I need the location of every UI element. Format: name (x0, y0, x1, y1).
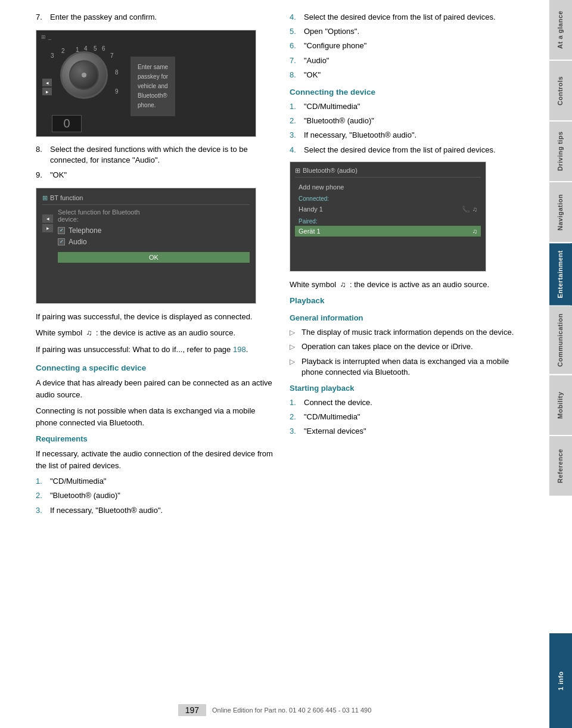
num-label-7: 7 (110, 52, 114, 59)
bt-arrow-left: ◂ (42, 214, 53, 223)
num-label-5: 5 (94, 45, 97, 52)
info-tab[interactable]: 1 info (549, 633, 572, 728)
requirements-steps: 1. "CD/Multimedia" 2. "Bluetooth® (audio… (36, 476, 278, 516)
bullet-text-2: Operation can takes place on the device … (301, 341, 473, 352)
para-pairing-fail: If pairing was unsuccessful: What to do … (36, 344, 278, 356)
r-step-7-num: 7. (290, 55, 300, 66)
bt-dialog: ⊞ BT function ◂ ▸ Select function for Bl… (36, 188, 256, 303)
r-music-symbol: ♫ (340, 280, 346, 289)
para-pairing-success: If pairing was successful, the device is… (36, 311, 278, 323)
cd-step-4-num: 4. (290, 145, 300, 155)
r-step-8-num: 8. (290, 70, 300, 80)
white-symbol-suffix: : the device is active as an audio sourc… (96, 328, 235, 337)
bt-ok-button[interactable]: OK (58, 252, 250, 263)
device-icons: 📞 ♫ (462, 206, 477, 213)
cd-step-2-text: "Bluetooth® (audio)" (304, 116, 374, 126)
passkey-instructions: Enter samepasskey forvehicle andBluetoot… (130, 57, 175, 116)
music-icon-right: ♫ (472, 206, 477, 213)
sidebar-tab-driving-tips[interactable]: Driving tips (549, 122, 572, 181)
step-9-text: "OK" (50, 170, 67, 181)
bt-function-screenshot: ⊞ BT function ◂ ▸ Select function for Bl… (36, 188, 256, 304)
bt-arrow-right: ▸ (42, 224, 53, 232)
bt-telephone-option: ✓ Telephone (58, 226, 250, 235)
cd-step-4-text: Select the desired device from the list … (304, 145, 496, 155)
bt-audio-screenshot: ⊞ Bluetooth® (audio) Add new phone Conne… (290, 161, 486, 272)
bt-audio-icon: ⊞ (295, 167, 300, 175)
bullet-arrow-2: ▷ (290, 342, 297, 352)
bt-subtitle: Select function for Bluetoothdevice: (58, 209, 250, 223)
bt-title-icon: ⊞ (42, 194, 48, 202)
r-step-6: 6. "Configure phone" (290, 41, 531, 51)
bullet-3: ▷ Playback is interrupted when data is e… (290, 356, 531, 378)
pairing-fail-dot: . (246, 345, 248, 354)
bt-nav-arrows: ◂ ▸ (42, 214, 53, 232)
r-step-5-text: Open "Options". (304, 26, 359, 37)
white-symbol-prefix: White symbol (36, 328, 82, 337)
bt-audio-paired-device: Gerät 1 ♫ (295, 226, 481, 237)
sidebar: At a glance Controls Driving tips Naviga… (549, 0, 572, 728)
passkey-display: 0 (52, 115, 82, 132)
sp-step-1: 1. Connect the device. (290, 397, 531, 408)
step-7-text: Enter the passkey and confirm. (50, 12, 157, 23)
cd-step-1-num: 1. (290, 101, 300, 112)
sp-step-1-num: 1. (290, 397, 300, 408)
req-step-2-text: "Bluetooth® (audio)" (50, 490, 120, 501)
bullet-1: ▷ The display of music track information… (290, 327, 531, 338)
step-8-text: Select the desired functions with which … (50, 144, 278, 166)
playback-heading: Playback (290, 296, 531, 305)
page-number: 197 (178, 704, 206, 716)
step-8-num: 8. (36, 144, 46, 166)
r-white-symbol-suffix: : the device is active as an audio sourc… (350, 280, 489, 289)
sidebar-tab-reference[interactable]: Reference (549, 436, 572, 496)
r-step-6-num: 6. (290, 41, 300, 51)
sidebar-tab-entertainment[interactable]: Entertainment (549, 243, 572, 305)
bt-audio-dialog-inner: ⊞ Bluetooth® (audio) Add new phone Conne… (290, 162, 486, 271)
bullet-text-1: The display of music track information d… (301, 327, 514, 338)
r-step-4: 4. Select the desired device from the li… (290, 12, 531, 23)
pairing-fail-page[interactable]: 198 (233, 345, 246, 354)
step-9: 9. "OK" (36, 170, 278, 181)
left-column: 7. Enter the passkey and confirm. ⊞ _ 1 … (36, 12, 278, 704)
sp-step-2-num: 2. (290, 412, 300, 422)
bt-audio-option: ✓ Audio (58, 238, 250, 246)
bt-dialog-body: ◂ ▸ Select function for Bluetoothdevice:… (42, 209, 250, 263)
para-white-symbol: White symbol ♫ : the device is active as… (36, 327, 278, 339)
section-connecting-heading: Connecting a specific device (36, 363, 278, 372)
right-column: 4. Select the desired device from the li… (290, 12, 531, 704)
connected-device-name: Handy 1 (299, 206, 323, 213)
r-step-8-text: "OK" (304, 70, 321, 80)
sidebar-tab-at-a-glance[interactable]: At a glance (549, 0, 572, 60)
sp-step-3-text: "External devices" (304, 426, 366, 437)
main-content: 7. Enter the passkey and confirm. ⊞ _ 1 … (0, 0, 549, 728)
sp-step-3: 3. "External devices" (290, 426, 531, 437)
bullet-2: ▷ Operation can takes place on the devic… (290, 341, 531, 352)
cd-step-3-num: 3. (290, 130, 300, 141)
cd-step-2-num: 2. (290, 116, 300, 126)
knob-center-dot (82, 73, 86, 77)
starting-playback-steps: 1. Connect the device. 2. "CD/Multimedia… (290, 397, 531, 437)
cd-step-4: 4. Select the desired device from the li… (290, 145, 531, 155)
num-label-2: 2 (61, 48, 65, 54)
bullet-text-3: Playback is interrupted when data is exc… (301, 356, 531, 378)
knob-inner (69, 60, 99, 90)
cd-step-3-text: If necessary, "Bluetooth® audio". (304, 130, 416, 141)
step-7-num: 7. (36, 12, 46, 23)
sp-step-3-num: 3. (290, 426, 300, 437)
sp-step-2: 2. "CD/Multimedia" (290, 412, 531, 422)
sidebar-tab-mobility[interactable]: Mobility (549, 375, 572, 435)
bullet-arrow-1: ▷ (290, 328, 297, 338)
req-step-3-num: 3. (36, 505, 46, 516)
left-arrows: ◂ ▸ (42, 79, 52, 95)
bt-options: Select function for Bluetoothdevice: ✓ T… (58, 209, 250, 263)
sidebar-tab-communication[interactable]: Communication (549, 306, 572, 374)
step-7: 7. Enter the passkey and confirm. (36, 12, 278, 23)
sidebar-tab-navigation[interactable]: Navigation (549, 182, 572, 242)
page-wrapper: 7. Enter the passkey and confirm. ⊞ _ 1 … (0, 0, 572, 728)
req-step-1-text: "CD/Multimedia" (50, 476, 106, 487)
connecting-device-heading: Connecting the device (290, 88, 531, 97)
num-label-9: 9 (115, 88, 119, 95)
sidebar-tab-controls[interactable]: Controls (549, 61, 572, 120)
music-icon-left: ♫ (86, 328, 92, 337)
general-info-heading: General information (290, 313, 531, 322)
requirements-heading: Requirements (36, 434, 278, 443)
